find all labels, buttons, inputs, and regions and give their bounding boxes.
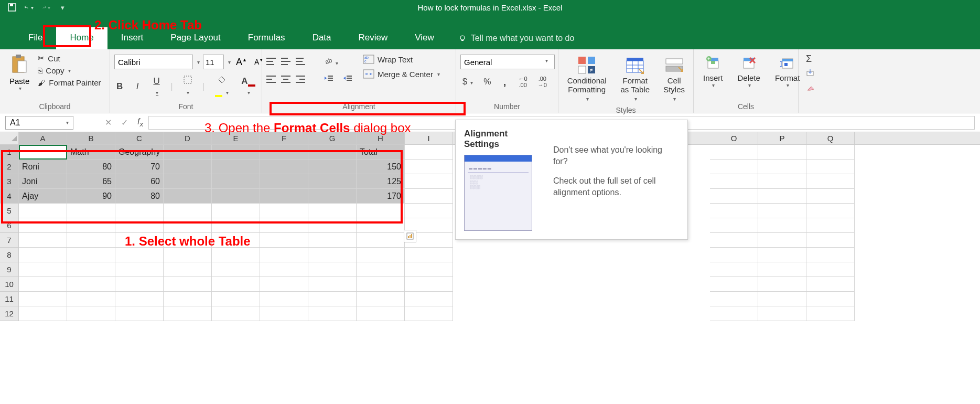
ribbon: Paste ▾ ✂Cut ⎘Copy ▾ 🖌Format Painter Cli…: [0, 49, 980, 113]
enter-formula-icon[interactable]: ✓: [121, 118, 128, 127]
tab-review[interactable]: Review: [345, 27, 402, 49]
increase-decimal-icon[interactable]: ←0.00: [516, 75, 530, 89]
wrap-text-button[interactable]: abcWrap Text: [363, 55, 440, 64]
fx-icon[interactable]: fx: [137, 117, 143, 128]
conditional-formatting-button[interactable]: ≠ Conditional Formatting ▾: [563, 54, 611, 105]
chevron-down-icon[interactable]: ▾: [197, 59, 200, 65]
col-header-C[interactable]: C: [115, 132, 164, 144]
undo-icon[interactable]: ▾: [24, 3, 34, 12]
tab-data[interactable]: Data: [299, 27, 345, 49]
cancel-formula-icon[interactable]: ✕: [105, 118, 112, 127]
svg-rect-24: [627, 58, 643, 61]
align-top-icon[interactable]: [266, 58, 276, 65]
svg-rect-11: [328, 80, 333, 81]
save-icon[interactable]: [7, 3, 17, 12]
annotation-box-home-tab: [43, 25, 91, 47]
cell-Q1[interactable]: [806, 145, 855, 160]
align-bottom-icon[interactable]: [296, 58, 305, 65]
accounting-format-button[interactable]: $ ▾: [460, 76, 475, 88]
insert-cells-button[interactable]: + Insert▾: [698, 54, 728, 90]
fill-icon[interactable]: [806, 68, 816, 79]
paste-button[interactable]: Paste ▾: [4, 51, 35, 93]
tab-view[interactable]: View: [401, 27, 448, 49]
merge-center-button[interactable]: Merge & Center ▾: [363, 69, 440, 79]
delete-cells-button[interactable]: Delete▾: [733, 54, 766, 90]
qat-customize-icon[interactable]: ▾: [58, 3, 67, 12]
align-right-icon[interactable]: [296, 76, 305, 83]
format-as-table-button[interactable]: Format as Table ▾: [616, 54, 654, 105]
insert-cells-icon: +: [706, 56, 720, 70]
select-all-corner[interactable]: [0, 132, 19, 144]
orientation-button[interactable]: ab▾: [322, 55, 340, 68]
cell-styles-button[interactable]: Cell Styles ▾: [659, 54, 689, 105]
row-header-8[interactable]: 8: [0, 248, 19, 262]
svg-point-2: [460, 36, 465, 40]
svg-rect-13: [347, 78, 352, 79]
comma-button[interactable]: ,: [500, 75, 510, 89]
italic-button[interactable]: I: [132, 80, 143, 93]
svg-rect-20: [588, 57, 595, 64]
tooltip-preview-image: ▬ ▬ ▬ ▬ ▬ ░░░░░░░░░░░░: [464, 155, 532, 231]
borders-button[interactable]: ▾: [180, 75, 195, 98]
svg-text:ab: ab: [324, 56, 333, 65]
align-center-icon[interactable]: [281, 76, 290, 83]
quick-analysis-icon[interactable]: [404, 230, 416, 242]
underline-button[interactable]: U ▾: [150, 75, 163, 98]
annotation-box-alignment-group: [270, 102, 466, 115]
annotation-text-step3: 3. Open the Format Cells dialog box: [204, 121, 411, 135]
decrease-indent-icon[interactable]: [322, 73, 336, 85]
format-painter-button[interactable]: 🖌Format Painter: [38, 78, 101, 87]
autosum-icon[interactable]: Σ: [806, 54, 816, 64]
align-left-icon[interactable]: [266, 76, 276, 83]
svg-rect-37: [744, 61, 754, 68]
row-header-10[interactable]: 10: [0, 277, 19, 292]
svg-rect-7: [184, 76, 191, 83]
font-size-input[interactable]: [203, 55, 224, 69]
align-middle-icon[interactable]: [281, 58, 290, 65]
row-header-7[interactable]: 7: [0, 233, 19, 248]
col-header-B[interactable]: B: [67, 132, 115, 144]
annotation-text-step2: 2. Click Home Tab: [94, 18, 202, 33]
grow-font-icon[interactable]: A▲: [234, 56, 249, 69]
fill-color-button[interactable]: ▾: [212, 75, 232, 98]
row-header-9[interactable]: 9: [0, 262, 19, 277]
col-header-Q[interactable]: Q: [806, 132, 855, 144]
number-format-select[interactable]: [460, 55, 555, 69]
svg-rect-1: [10, 4, 13, 6]
font-name-input[interactable]: [114, 55, 193, 69]
name-box[interactable]: A1▾: [5, 116, 73, 130]
clear-icon[interactable]: [806, 83, 816, 93]
row-header-11[interactable]: 11: [0, 292, 19, 306]
col-header-P[interactable]: P: [758, 132, 806, 144]
cell-P1[interactable]: [758, 145, 806, 160]
tooltip-title: Alignment Settings: [464, 129, 544, 150]
svg-rect-6: [18, 61, 26, 72]
chevron-down-icon[interactable]: ▾: [228, 59, 231, 65]
cells-group-label: Cells: [698, 101, 794, 113]
decrease-decimal-icon[interactable]: .00→0: [536, 75, 549, 89]
svg-rect-30: [666, 59, 683, 64]
svg-rect-12: [347, 76, 352, 77]
svg-rect-9: [328, 76, 333, 77]
percent-button[interactable]: %: [481, 76, 493, 88]
col-header-O[interactable]: O: [710, 132, 758, 144]
font-color-button[interactable]: A ▾: [239, 75, 257, 98]
cell-O1[interactable]: [710, 145, 758, 160]
increase-indent-icon[interactable]: [341, 73, 354, 85]
row-header-12[interactable]: 12: [0, 306, 19, 321]
annotation-box-table-selection: [1, 150, 403, 224]
col-header-I[interactable]: I: [405, 132, 453, 144]
tell-me-search[interactable]: Tell me what you want to do: [448, 28, 574, 49]
redo-icon[interactable]: ▾: [41, 3, 50, 12]
paste-icon: [10, 54, 28, 75]
svg-rect-46: [411, 234, 412, 238]
tab-formulas[interactable]: Formulas: [234, 27, 299, 49]
svg-rect-5: [16, 55, 21, 58]
col-header-A[interactable]: A: [19, 132, 67, 144]
cell-I1[interactable]: [405, 145, 453, 160]
svg-text:≠: ≠: [590, 67, 593, 73]
copy-button[interactable]: ⎘Copy ▾: [38, 66, 101, 75]
bold-button[interactable]: B: [114, 80, 125, 93]
cut-button[interactable]: ✂Cut: [38, 54, 101, 63]
svg-rect-45: [410, 235, 411, 238]
